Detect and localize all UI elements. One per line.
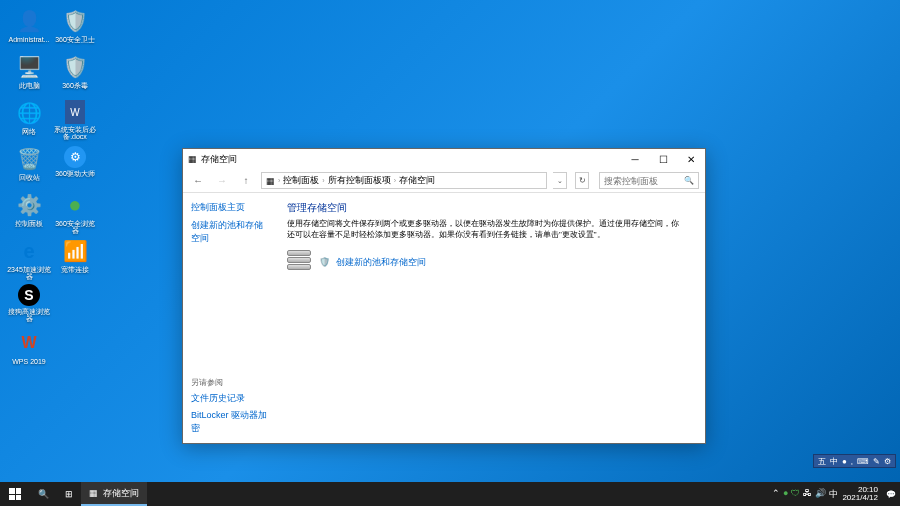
window-title: 存储空间 xyxy=(201,153,237,166)
start-button[interactable] xyxy=(0,482,30,506)
desktop-icon-2345-browser[interactable]: e2345加速浏览器 xyxy=(8,238,50,282)
clock[interactable]: 20:10 2021/4/12 xyxy=(842,486,878,502)
refresh-button[interactable]: ↻ xyxy=(575,172,589,189)
desktop-icon-sogou-browser[interactable]: S搜狗高速浏览器 xyxy=(8,284,50,328)
search-icon: 🔍 xyxy=(684,176,694,185)
desktop-icon-network[interactable]: 🌐网络 xyxy=(8,100,50,144)
taskbar: 🔍 ⊞ ▦ 存储空间 ⌃ ● 🛡 🖧 🔊 中 20:10 2021/4/12 💬 xyxy=(0,482,900,506)
desktop-icon-control-panel[interactable]: ⚙️控制面板 xyxy=(8,192,50,236)
content-area: 管理存储空间 使用存储空间将文件保存到两个或更多驱动器，以便在驱动器发生故障时为… xyxy=(279,193,705,443)
desktop-icon-administrator[interactable]: 👤Administrat... xyxy=(8,8,50,52)
forward-button[interactable]: → xyxy=(213,172,231,190)
breadcrumb-dropdown[interactable]: ⌄ xyxy=(553,172,567,189)
tray-360-icon[interactable]: ● xyxy=(783,488,788,501)
navigation-bar: ← → ↑ ▦ › 控制面板 › 所有控制面板项 › 存储空间 ⌄ ↻ 🔍 xyxy=(183,169,705,193)
shield-icon: 🛡️ xyxy=(319,257,330,267)
search-input[interactable] xyxy=(604,176,684,186)
sidebar: 控制面板主页 创建新的池和存储空间 另请参阅 文件历史记录 BitLocker … xyxy=(183,193,279,443)
ime-wubi[interactable]: 五 xyxy=(818,456,826,467)
app-icon: ▦ xyxy=(89,488,98,498)
create-pool-task: 🛡️ 创建新的池和存储空间 xyxy=(287,250,685,274)
content-heading: 管理存储空间 xyxy=(287,201,685,215)
ime-settings[interactable]: ⚙ xyxy=(884,457,891,466)
ime-softkbd[interactable]: ⌨ xyxy=(857,457,869,466)
desktop-icon-360-browser[interactable]: ●360安全浏览器 xyxy=(54,192,96,236)
sidebar-filehistory-link[interactable]: 文件历史记录 xyxy=(191,392,271,405)
app-label: 存储空间 xyxy=(103,487,139,500)
task-view-button[interactable]: ⊞ xyxy=(57,482,81,506)
search-button[interactable]: 🔍 xyxy=(30,482,57,506)
minimize-button[interactable]: ─ xyxy=(621,149,649,169)
ime-handwrite[interactable]: ✎ xyxy=(873,457,880,466)
hard-drive-icon xyxy=(287,250,313,274)
ime-punct[interactable]: , xyxy=(851,457,853,466)
action-center-button[interactable]: 💬 xyxy=(886,490,896,499)
see-also-label: 另请参阅 xyxy=(191,377,271,388)
titlebar: ▦存储空间 ─ ☐ ✕ xyxy=(183,149,705,169)
tray-network-icon[interactable]: 🖧 xyxy=(803,488,812,501)
up-button[interactable]: ↑ xyxy=(237,172,255,190)
desktop-icon-this-pc[interactable]: 🖥️此电脑 xyxy=(8,54,50,98)
breadcrumb-item[interactable]: 控制面板 xyxy=(283,174,319,187)
sidebar-create-link[interactable]: 创建新的池和存储空间 xyxy=(191,219,271,245)
clock-date: 2021/4/12 xyxy=(842,494,878,502)
desktop-icon-360-antivirus[interactable]: 🛡️360杀毒 xyxy=(54,54,96,98)
close-button[interactable]: ✕ xyxy=(677,149,705,169)
tray-shield-icon[interactable]: 🛡 xyxy=(791,488,800,501)
desktop-icon-broadband[interactable]: 📶宽带连接 xyxy=(54,238,96,282)
windows-logo-icon xyxy=(9,488,21,500)
window-icon: ▦ xyxy=(188,154,197,164)
breadcrumb-item[interactable]: 所有控制面板项 xyxy=(328,174,391,187)
create-pool-link[interactable]: 创建新的池和存储空间 xyxy=(336,256,426,269)
ime-fullwidth[interactable]: ● xyxy=(842,457,847,466)
desktop-icon-360-driver[interactable]: ⚙360驱动大师 xyxy=(54,146,96,190)
tray-volume-icon[interactable]: 🔊 xyxy=(815,488,826,501)
search-box[interactable]: 🔍 xyxy=(599,172,699,189)
tray-ime-icon[interactable]: 中 xyxy=(829,488,838,501)
maximize-button[interactable]: ☐ xyxy=(649,149,677,169)
breadcrumb-item[interactable]: 存储空间 xyxy=(399,174,435,187)
ime-toolbar[interactable]: 五 中 ● , ⌨ ✎ ⚙ xyxy=(813,454,896,468)
desktop-icon-wps[interactable]: WWPS 2019 xyxy=(8,330,50,374)
breadcrumb[interactable]: ▦ › 控制面板 › 所有控制面板项 › 存储空间 xyxy=(261,172,547,189)
sidebar-home-link[interactable]: 控制面板主页 xyxy=(191,201,271,214)
breadcrumb-icon: ▦ xyxy=(266,176,275,186)
system-tray: ⌃ ● 🛡 🖧 🔊 中 20:10 2021/4/12 💬 xyxy=(772,486,900,502)
back-button[interactable]: ← xyxy=(189,172,207,190)
desktop-icon-docx[interactable]: W系统安装后必备.docx xyxy=(54,100,96,144)
tray-chevron-icon[interactable]: ⌃ xyxy=(772,488,780,501)
desktop-icon-recycle-bin[interactable]: 🗑️回收站 xyxy=(8,146,50,190)
desktop: 👤Administrat... 🖥️此电脑 🌐网络 🗑️回收站 ⚙️控制面板 e… xyxy=(8,8,96,374)
storage-spaces-window: ▦存储空间 ─ ☐ ✕ ← → ↑ ▦ › 控制面板 › 所有控制面板项 › 存… xyxy=(182,148,706,444)
desktop-icon-360-guard[interactable]: 🛡️360安全卫士 xyxy=(54,8,96,52)
ime-chinese[interactable]: 中 xyxy=(830,456,838,467)
content-description: 使用存储空间将文件保存到两个或更多驱动器，以便在驱动器发生故障时为你提供保护。通… xyxy=(287,218,685,240)
taskbar-app-storage[interactable]: ▦ 存储空间 xyxy=(81,482,147,506)
sidebar-bitlocker-link[interactable]: BitLocker 驱动器加密 xyxy=(191,409,271,435)
